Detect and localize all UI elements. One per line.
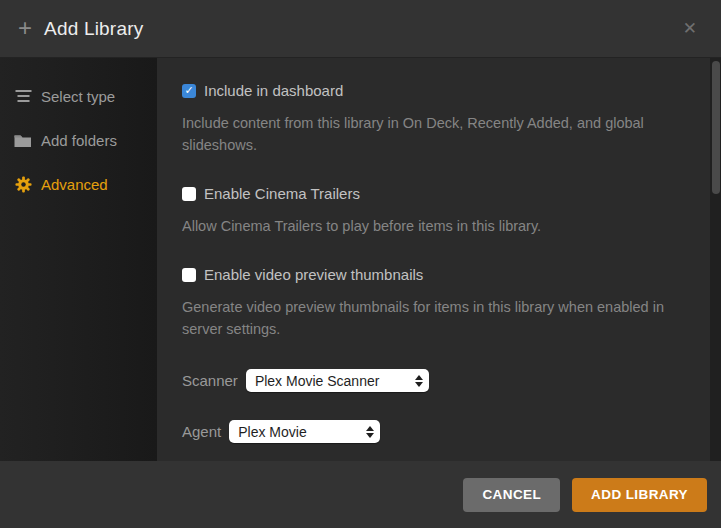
scrollbar-track[interactable] (710, 58, 721, 461)
add-library-button[interactable]: ADD LIBRARY (572, 478, 707, 512)
agent-select-value: Plex Movie (238, 424, 306, 440)
scanner-row: Scanner Plex Movie Scanner (182, 369, 685, 392)
cancel-button[interactable]: CANCEL (463, 478, 560, 512)
agent-select[interactable]: Plex Movie (229, 420, 380, 443)
option-description: Include content from this library in On … (182, 112, 685, 156)
sidebar-item-label: Advanced (41, 176, 108, 193)
option-description: Allow Cinema Trailers to play before ite… (182, 215, 685, 237)
checkbox-label: Enable Cinema Trailers (204, 185, 360, 202)
scanner-select[interactable]: Plex Movie Scanner (246, 369, 429, 392)
scanner-label: Scanner (182, 372, 238, 389)
updown-arrows-icon (415, 375, 423, 387)
option-description: Generate video preview thumbnails for it… (182, 296, 685, 340)
sidebar-item-select-type[interactable]: Select type (0, 74, 157, 118)
checkbox-label: Include in dashboard (204, 82, 343, 99)
enable-cinema-trailers-checkbox[interactable] (182, 187, 196, 201)
option-enable-video-preview-thumbnails: Enable video preview thumbnails (182, 266, 685, 283)
sidebar-item-advanced[interactable]: Advanced (0, 162, 157, 206)
updown-arrows-icon (366, 426, 374, 438)
gear-icon (14, 175, 32, 193)
list-lines-icon (14, 87, 32, 105)
scanner-select-value: Plex Movie Scanner (255, 373, 380, 389)
add-library-dialog: + Add Library ✕ Select type (0, 0, 721, 528)
page-title: Add Library (44, 18, 143, 40)
dialog-footer: CANCEL ADD LIBRARY (0, 461, 721, 528)
sidebar: Select type Add folders (0, 58, 157, 461)
plus-icon: + (18, 16, 32, 40)
scrollbar-thumb[interactable] (712, 61, 720, 194)
sidebar-item-add-folders[interactable]: Add folders (0, 118, 157, 162)
option-include-in-dashboard: Include in dashboard (182, 82, 685, 99)
dialog-header: + Add Library ✕ (0, 0, 721, 58)
agent-label: Agent (182, 423, 221, 440)
sidebar-item-label: Add folders (41, 132, 117, 149)
enable-video-preview-thumbnails-checkbox[interactable] (182, 268, 196, 282)
dialog-body: Select type Add folders (0, 58, 721, 461)
close-icon[interactable]: ✕ (677, 14, 703, 43)
checkbox-label: Enable video preview thumbnails (204, 266, 423, 283)
include-in-dashboard-checkbox[interactable] (182, 84, 196, 98)
folder-icon (14, 131, 32, 149)
advanced-settings-panel: Include in dashboard Include content fro… (157, 58, 721, 461)
agent-row: Agent Plex Movie (182, 420, 685, 443)
option-enable-cinema-trailers: Enable Cinema Trailers (182, 185, 685, 202)
sidebar-item-label: Select type (41, 88, 115, 105)
